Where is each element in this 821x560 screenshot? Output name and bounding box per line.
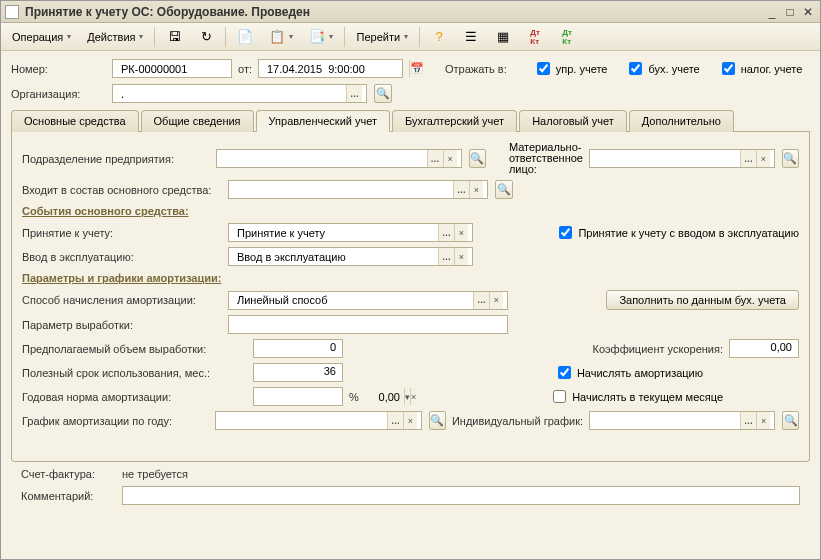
part-of-lookup-button[interactable]: 🔍 [495, 180, 513, 199]
year-sched-input[interactable]: … × [215, 411, 422, 430]
tab-bar: Основные средства Общие сведения Управле… [11, 109, 810, 132]
clear-icon[interactable]: × [454, 248, 468, 265]
refresh-icon: ↻ [198, 29, 214, 45]
clear-icon[interactable]: × [410, 388, 416, 405]
comment-input[interactable] [122, 486, 800, 505]
commission-input[interactable]: … × [228, 247, 473, 266]
org-label: Организация: [11, 88, 106, 100]
life-label: Полезный срок использования, мес.: [22, 367, 247, 379]
tab-pane: Подразделение предприятия: … × 🔍 Материа… [11, 132, 810, 462]
events-section-title: События основного средства: [22, 205, 799, 217]
param-label: Параметр выработки: [22, 319, 222, 331]
dots-icon[interactable]: … [346, 85, 362, 102]
volume-label: Предполагаемый объем выработки: [22, 343, 247, 355]
upr-checkbox[interactable]: упр. учете [533, 59, 608, 78]
indiv-sched-label: Индивидуальный график: [452, 415, 583, 427]
goto-menu[interactable]: Перейти [349, 28, 415, 46]
magnifier-icon: 🔍 [376, 87, 390, 100]
rate-pct: % [349, 391, 359, 403]
refresh-button[interactable]: ↻ [191, 26, 221, 48]
tab-general[interactable]: Общие сведения [141, 110, 254, 132]
amort-section-title: Параметры и графики амортизации: [22, 272, 799, 284]
year-sched-lookup-button[interactable]: 🔍 [429, 411, 446, 430]
dots-icon[interactable]: … [740, 412, 756, 429]
operation-menu[interactable]: Операция [5, 28, 78, 46]
year-sched-label: График амортизации по году: [22, 415, 209, 427]
volume-input[interactable] [253, 339, 343, 358]
clear-icon[interactable]: × [443, 150, 457, 167]
doc-icon: 📄 [237, 29, 253, 45]
help-button[interactable]: ? [424, 26, 454, 48]
close-button[interactable]: ✕ [800, 5, 816, 19]
calendar-icon[interactable]: 📅 [409, 60, 424, 77]
division-label: Подразделение предприятия: [22, 153, 210, 165]
based-on-menu[interactable]: 📑 [302, 26, 340, 48]
accept-input[interactable]: … × [228, 223, 473, 242]
tab-management[interactable]: Управленческий учет [256, 110, 390, 132]
method-input[interactable]: … × [228, 291, 508, 310]
org-input[interactable]: … [112, 84, 367, 103]
clear-icon[interactable]: × [403, 412, 417, 429]
clear-icon[interactable]: × [469, 181, 483, 198]
dots-icon[interactable]: … [387, 412, 403, 429]
dt-kt-button[interactable]: 📄 [230, 26, 260, 48]
comment-label: Комментарий: [21, 490, 116, 502]
clear-icon[interactable]: × [489, 292, 503, 309]
maximize-button[interactable]: □ [782, 5, 798, 19]
division-input[interactable]: … × [216, 149, 461, 168]
param-input[interactable] [228, 315, 508, 334]
number-input[interactable] [112, 59, 232, 78]
struct-icon: ▦ [495, 29, 511, 45]
invoice-value: не требуется [122, 468, 188, 480]
division-lookup-button[interactable]: 🔍 [469, 149, 486, 168]
dots-icon[interactable]: … [438, 224, 454, 241]
indiv-sched-input[interactable]: … × [589, 411, 775, 430]
date-input[interactable]: 📅 [258, 59, 403, 78]
dtkt2-icon: ДтКт [559, 29, 575, 45]
copy-menu[interactable]: 📋 [262, 26, 300, 48]
tab-additional[interactable]: Дополнительно [629, 110, 734, 132]
copy-icon: 📋 [269, 29, 285, 45]
post-icon: 🖫 [166, 29, 182, 45]
minimize-button[interactable]: _ [764, 5, 780, 19]
dots-icon[interactable]: … [473, 292, 489, 309]
current-month-checkbox[interactable]: Начислять в текущем месяце [549, 387, 723, 406]
org-lookup-button[interactable]: 🔍 [374, 84, 392, 103]
commission-label: Ввод в эксплуатацию: [22, 251, 222, 263]
tab-assets[interactable]: Основные средства [11, 110, 139, 132]
tab-accounting[interactable]: Бухгалтерский учет [392, 110, 517, 132]
struct-button[interactable]: ▦ [488, 26, 518, 48]
buh-checkbox[interactable]: бух. учете [625, 59, 699, 78]
method-label: Способ начисления амортизации: [22, 294, 222, 306]
number-label: Номер: [11, 63, 106, 75]
fill-from-accounting-button[interactable]: Заполнить по данным бух. учета [606, 290, 799, 310]
dots-icon[interactable]: … [438, 248, 454, 265]
dots-icon[interactable]: … [453, 181, 469, 198]
rate-label: Годовая норма амортизации: [22, 391, 247, 403]
form-button[interactable]: ☰ [456, 26, 486, 48]
form-icon: ☰ [463, 29, 479, 45]
titlebar: Принятие к учету ОС: Оборудование. Прове… [1, 1, 820, 23]
mol-input[interactable]: … × [589, 149, 775, 168]
dots-icon[interactable]: … [740, 150, 756, 167]
calc-amort-checkbox[interactable]: Начислять амортизацию [554, 363, 703, 382]
app-icon [5, 5, 19, 19]
actions-menu[interactable]: Действия [80, 28, 150, 46]
dtkt1-icon: ДтКт [527, 29, 543, 45]
rate-input[interactable]: ▾ × [253, 387, 343, 406]
nal-checkbox[interactable]: налог. учете [718, 59, 803, 78]
indiv-sched-lookup-button[interactable]: 🔍 [782, 411, 799, 430]
part-of-input[interactable]: … × [228, 180, 488, 199]
dtkt1-button[interactable]: ДтКт [520, 26, 550, 48]
clear-icon[interactable]: × [454, 224, 468, 241]
mol-lookup-button[interactable]: 🔍 [782, 149, 799, 168]
post-button[interactable]: 🖫 [159, 26, 189, 48]
clear-icon[interactable]: × [756, 150, 770, 167]
dtkt2-button[interactable]: ДтКт [552, 26, 582, 48]
clear-icon[interactable]: × [756, 412, 770, 429]
coef-input[interactable] [729, 339, 799, 358]
dots-icon[interactable]: … [427, 150, 443, 167]
tab-tax[interactable]: Налоговый учет [519, 110, 627, 132]
commission-checkbox[interactable]: Принятие к учету с вводом в эксплуатацию [555, 223, 799, 242]
life-input[interactable] [253, 363, 343, 382]
